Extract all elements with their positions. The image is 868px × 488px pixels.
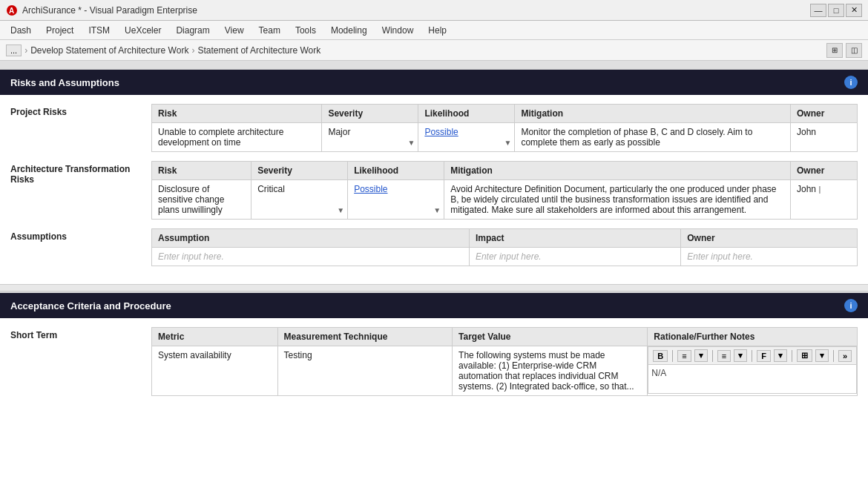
menu-team[interactable]: Team — [251, 24, 288, 37]
assumption-placeholder: Enter input here. — [158, 251, 224, 262]
risks-section: Risks and Assumptions i Project Risks Ri… — [0, 70, 868, 284]
menu-bar: Dash Project ITSM UeXceler Diagram View … — [0, 21, 868, 40]
arch-col-risk: Risk — [152, 162, 251, 180]
breadcrumb-view-icon[interactable]: ◫ — [846, 43, 862, 58]
acceptance-section-icon[interactable]: i — [844, 299, 858, 312]
font-button[interactable]: F — [757, 350, 771, 362]
main-content: Risks and Assumptions i Project Risks Ri… — [0, 70, 868, 488]
short-term-table: Metric Measurement Technique Target Valu… — [151, 327, 858, 396]
table-arrow-button[interactable]: ▾ — [815, 349, 829, 362]
more-button[interactable]: » — [838, 350, 852, 362]
menu-itsm[interactable]: ITSM — [81, 24, 117, 37]
arch-risk-cell-likelihood[interactable]: Possible ▼ — [348, 180, 444, 220]
breadcrumb-item-2: Statement of Architecture Work — [197, 45, 320, 56]
arch-risks-label: Architecture Transformation Risks — [10, 161, 151, 220]
owner-cell[interactable]: Enter input here. — [681, 248, 858, 266]
toolbar-sep-1 — [672, 350, 673, 362]
breadcrumb-item-1: Develop Statement of Architecture Work — [30, 45, 188, 56]
project-risks-table-wrap: Risk Severity Likelihood Mitigation Owne… — [151, 104, 858, 152]
menu-view[interactable]: View — [217, 24, 251, 37]
metric-col-technique: Measurement Technique — [277, 328, 452, 346]
arch-risk-cell-severity[interactable]: Critical ▼ — [251, 180, 348, 220]
col-mitigation: Mitigation — [515, 105, 791, 123]
impact-placeholder: Enter input here. — [476, 251, 542, 262]
acceptance-section-title: Acceptance Criteria and Procedure — [10, 300, 171, 311]
risks-section-icon[interactable]: i — [844, 76, 858, 89]
menu-dash[interactable]: Dash — [3, 24, 39, 37]
col-severity: Severity — [322, 105, 418, 123]
menu-help[interactable]: Help — [421, 24, 454, 37]
metric-cell-metric[interactable]: System availability — [152, 346, 278, 396]
table-row: Disclosure of sensitive change plans unw… — [152, 180, 858, 220]
arch-risk-cell-mitigation[interactable]: Avoid Architecture Definition Document, … — [444, 180, 791, 220]
notes-value: N/A — [651, 368, 666, 378]
assumptions-table: Assumption Impact Owner Enter input here… — [151, 228, 858, 266]
project-risks-table: Risk Severity Likelihood Mitigation Owne… — [151, 104, 858, 152]
project-risk-cell-risk[interactable]: Unable to complete architecture developm… — [152, 123, 322, 152]
project-risk-cell-mitigation[interactable]: Monitor the completion of phase B, C and… — [515, 123, 791, 152]
restore-button[interactable]: □ — [828, 4, 844, 17]
arch-risk-cell-risk[interactable]: Disclosure of sensitive change plans unw… — [152, 180, 251, 220]
impact-cell[interactable]: Enter input here. — [469, 248, 680, 266]
list-button[interactable]: ≡ — [717, 350, 731, 362]
font-arrow-button[interactable]: ▾ — [774, 349, 787, 362]
breadcrumb-icons: ⊞ ◫ — [826, 43, 862, 58]
toolbar-sep-5 — [833, 350, 834, 362]
svg-text:A: A — [9, 7, 14, 15]
owner-placeholder: Enter input here. — [687, 251, 753, 262]
assumptions-table-wrap: Assumption Impact Owner Enter input here… — [151, 228, 858, 266]
bold-button[interactable]: B — [653, 350, 668, 362]
risks-section-header: Risks and Assumptions i — [0, 70, 868, 95]
project-risk-cell-likelihood[interactable]: Possible ▼ — [418, 123, 515, 152]
project-risks-label: Project Risks — [10, 104, 151, 152]
table-button[interactable]: ⊞ — [797, 349, 812, 362]
metric-cell-target[interactable]: The following systems must be made avail… — [453, 346, 648, 396]
metric-cell-technique[interactable]: Testing — [277, 346, 452, 396]
risks-section-title: Risks and Assumptions — [10, 77, 119, 88]
acceptance-section: Acceptance Criteria and Procedure i Shor… — [0, 291, 868, 405]
metric-col-metric: Metric — [152, 328, 278, 346]
table-row: System availability Testing The followin… — [152, 346, 858, 396]
arch-col-severity: Severity — [251, 162, 348, 180]
assumption-cell[interactable]: Enter input here. — [152, 248, 470, 266]
menu-tools[interactable]: Tools — [288, 24, 323, 37]
project-risk-cell-severity[interactable]: Major ▼ — [322, 123, 418, 152]
scroll-indicator — [0, 61, 868, 70]
arch-severity-dropdown-arrow: ▼ — [337, 206, 344, 214]
align-button[interactable]: ≡ — [677, 350, 691, 362]
menu-project[interactable]: Project — [39, 24, 81, 37]
close-button[interactable]: ✕ — [846, 4, 862, 17]
arch-risks-row: Architecture Transformation Risks Risk S… — [10, 161, 858, 220]
acceptance-body: Short Term Metric Measurement Technique … — [0, 318, 868, 405]
menu-modeling[interactable]: Modeling — [323, 24, 375, 37]
severity-dropdown-arrow: ▼ — [407, 139, 415, 147]
menu-window[interactable]: Window — [375, 24, 421, 37]
short-term-table-wrap: Metric Measurement Technique Target Valu… — [151, 327, 858, 396]
project-risk-cell-owner[interactable]: John — [791, 123, 858, 152]
list-arrow-button[interactable]: ▾ — [734, 349, 747, 362]
notes-editor[interactable]: N/A — [648, 364, 857, 394]
project-risks-row: Project Risks Risk Severity Likelihood M… — [10, 104, 858, 152]
editor-toolbar: B ≡ ▾ ≡ ▾ F ▾ — [648, 346, 857, 364]
assump-col-owner: Owner — [681, 229, 858, 248]
breadcrumb-back-button[interactable]: ... — [6, 44, 22, 56]
likelihood-dropdown-arrow: ▼ — [504, 139, 511, 147]
align-arrow-button[interactable]: ▾ — [694, 349, 708, 362]
minimize-button[interactable]: — — [810, 4, 826, 17]
arch-col-likelihood: Likelihood — [348, 162, 444, 180]
metric-cell-notes[interactable]: B ≡ ▾ ≡ ▾ F ▾ — [648, 346, 858, 396]
title-bar: A ArchiSurance * - Visual Paradigm Enter… — [0, 0, 868, 21]
breadcrumb-layout-icon[interactable]: ⊞ — [826, 43, 843, 58]
assump-col-impact: Impact — [469, 229, 680, 248]
arch-risk-cell-owner[interactable]: John | — [791, 180, 858, 220]
toolbar-sep-2 — [712, 350, 713, 362]
window-controls: — □ ✕ — [810, 4, 862, 17]
menu-uexceler[interactable]: UeXceler — [117, 24, 168, 37]
window-title: ArchiSurance * - Visual Paradigm Enterpr… — [22, 5, 810, 16]
toolbar-sep-4 — [792, 350, 792, 362]
col-likelihood: Likelihood — [418, 105, 515, 123]
assump-col-assumption: Assumption — [152, 229, 470, 248]
col-risk: Risk — [152, 105, 322, 123]
menu-diagram[interactable]: Diagram — [168, 24, 217, 37]
breadcrumb-bar: ... › Develop Statement of Architecture … — [0, 40, 868, 61]
